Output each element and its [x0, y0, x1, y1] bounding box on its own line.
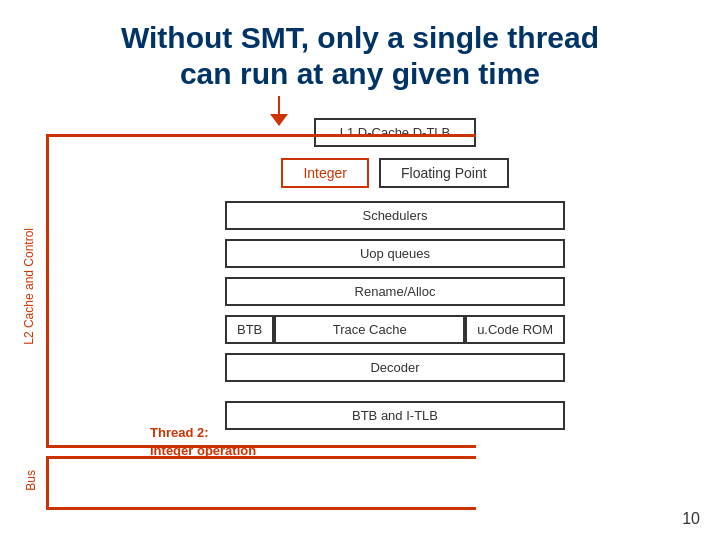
integer-label: Integer	[303, 165, 347, 181]
l1-dcache-box: L1 D-Cache D-TLB	[314, 118, 477, 147]
thread-note-line1: Thread 2:	[150, 424, 256, 442]
rename-alloc-box: Rename/Alloc	[225, 277, 565, 306]
rename-alloc-label: Rename/Alloc	[355, 284, 436, 299]
page-number: 10	[682, 510, 700, 528]
floating-point-box: Floating Point	[379, 158, 509, 188]
title-line2: can run at any given time	[180, 57, 540, 90]
btb-itlb-label: BTB and I-TLB	[352, 408, 438, 423]
int-fp-row: Integer Floating Point	[90, 158, 700, 188]
l1-dcache-label: L1 D-Cache D-TLB	[340, 125, 451, 140]
thread-note-line2: integer operation	[150, 442, 256, 460]
trace-cache-box: Trace Cache	[274, 315, 465, 344]
bus-border	[46, 456, 476, 510]
schedulers-box: Schedulers	[225, 201, 565, 230]
trace-cache-label: Trace Cache	[333, 322, 407, 337]
l2-cache-label: L2 Cache and Control	[22, 228, 36, 345]
uop-queues-label: Uop queues	[360, 246, 430, 261]
title-line1: Without SMT, only a single thread	[121, 21, 599, 54]
schedulers-label: Schedulers	[362, 208, 427, 223]
decoder-label: Decoder	[370, 360, 419, 375]
top-arrow	[270, 96, 288, 126]
ucode-rom-box: u.Code ROM	[465, 315, 565, 344]
slide: Without SMT, only a single thread can ru…	[0, 0, 720, 540]
btb-row: BTB Trace Cache u.Code ROM	[225, 315, 565, 344]
btb-itlb-box: BTB and I-TLB	[225, 401, 565, 430]
ucode-rom-label: u.Code ROM	[477, 322, 553, 337]
diagram-inner: L1 D-Cache D-TLB Integer Floating Point …	[90, 108, 700, 430]
bus-label: Bus	[24, 470, 38, 491]
btb-box: BTB	[225, 315, 274, 344]
btb-label: BTB	[237, 322, 262, 337]
thread-note: Thread 2: integer operation	[150, 424, 256, 460]
uop-queues-box: Uop queues	[225, 239, 565, 268]
decoder-box: Decoder	[225, 353, 565, 382]
floating-point-label: Floating Point	[401, 165, 487, 181]
integer-box: Integer	[281, 158, 369, 188]
slide-title: Without SMT, only a single thread can ru…	[20, 20, 700, 92]
